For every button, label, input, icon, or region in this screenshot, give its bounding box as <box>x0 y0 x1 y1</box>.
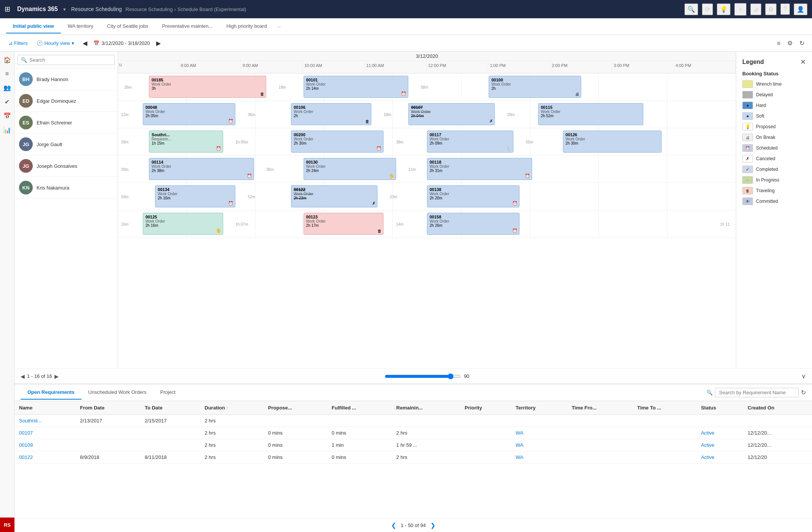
add-icon-btn[interactable]: ＋ <box>734 3 746 16</box>
bottom-next-button[interactable]: ❯ <box>430 522 435 529</box>
booking-00123[interactable]: 00123 Work Order 2h 17m 🗑 <box>304 213 384 235</box>
legend-swatch-wrench <box>742 80 753 88</box>
cell-name-2: 00109 <box>14 439 75 451</box>
search-icon: 🔍 <box>21 57 27 63</box>
tab-city-seattle[interactable]: City of Seattle jobs <box>100 19 155 33</box>
user-icon-btn[interactable]: 👤 <box>794 3 807 15</box>
booking-00107[interactable]: 00107 Work Order 2h 04m ✗ <box>408 103 495 125</box>
cell-name-3: 00122 <box>14 451 75 464</box>
sidebar-home-icon[interactable]: 🏠 <box>2 55 13 65</box>
booking-00158[interactable]: 00158 Work Order 2h 26m ⏰ <box>427 213 519 235</box>
tab-initial-public-view[interactable]: Initial public view <box>6 19 61 33</box>
cell-dur-2: 2 hrs <box>200 439 263 451</box>
link-southrid[interactable]: Southrid... <box>19 418 42 424</box>
booking-00126[interactable]: 00126 Work Order 2h 30m <box>563 131 662 153</box>
booking-00115[interactable]: 00115 Work Order 2h 52m <box>538 103 643 125</box>
board-settings-button[interactable]: ⚙ <box>786 38 794 48</box>
clock-icon: 🕐 <box>37 40 43 46</box>
prev-date-button[interactable]: ◀ <box>81 39 89 48</box>
col-proposed: Propose... <box>264 401 327 415</box>
bottom-pagination: ❮ 1 - 50 of 94 ❯ <box>14 518 812 532</box>
link-wa-1[interactable]: WA <box>516 430 523 436</box>
resource-item-brady[interactable]: BH Brady Hannon <box>14 68 118 90</box>
hourly-view-button[interactable]: 🕐 Hourly view ▾ <box>34 39 76 48</box>
resource-item-jorge[interactable]: JG Jorge Gault <box>14 134 118 155</box>
settings-icon-btn[interactable]: ⚙ <box>765 3 777 15</box>
layout-button[interactable]: ≡ <box>775 38 782 48</box>
sidebar-calendar-icon[interactable]: 📅 <box>2 111 13 121</box>
link-wa-2[interactable]: WA <box>516 442 523 448</box>
sidebar-people-icon[interactable]: 👥 <box>2 83 13 93</box>
resource-item-joseph[interactable]: JG Joseph Gonsalves <box>14 155 118 177</box>
booking-00114[interactable]: 00114 Work Order 2h 38m ⏰ <box>149 158 254 180</box>
cell-tto-1 <box>633 427 696 439</box>
booking-00048[interactable]: 00048 Work Order 2h 05m ⏰ <box>143 103 235 125</box>
more-tabs-icon[interactable]: ··· <box>274 21 284 32</box>
link-status-2[interactable]: Active <box>701 442 714 448</box>
req-search-input[interactable] <box>715 388 799 397</box>
date-range-button[interactable]: 📅 3/12/2020 - 3/18/2020 <box>93 40 150 46</box>
filter-icon-btn[interactable]: ⊿ <box>750 3 761 15</box>
recent-icon-btn[interactable]: ⟳ <box>702 3 713 15</box>
booking-00106[interactable]: 00106 Work Order 2h 🗑 <box>291 103 371 125</box>
next-page-button[interactable]: ▶ <box>54 373 59 379</box>
refresh-button[interactable]: ↻ <box>798 38 806 48</box>
next-date-button[interactable]: ▶ <box>155 39 162 48</box>
booking-00117[interactable]: 00117 Work Order 2h 09m 🍴 <box>427 131 513 153</box>
booking-00200[interactable]: 00200 Work Order 2h 30m ⏰ <box>291 131 384 153</box>
booking-00118[interactable]: 00118 Work Order 2h 31m ⏰ <box>427 158 532 180</box>
legend-label-completed: Completed <box>756 167 778 172</box>
search-icon-btn[interactable]: 🔍 <box>684 3 698 15</box>
cell-rem-2: 1 hr 59 ... <box>392 439 460 451</box>
req-tab-project[interactable]: Project <box>153 385 182 400</box>
booking-00134[interactable]: 00134 Work Order 2h 16m ⏰ <box>155 185 235 207</box>
resource-item-edgar[interactable]: ED Edgar Dominquez <box>14 90 118 112</box>
legend-close-button[interactable]: ✕ <box>800 58 806 66</box>
booking-00125[interactable]: 00125 Work Order 2h 16m 🖐 <box>143 213 223 235</box>
booking-00100[interactable]: 00100 Work Order 2h 🖨 <box>489 76 581 98</box>
req-refresh-button[interactable]: ↻ <box>801 389 806 396</box>
cal-row-kris: 16m 00125 Work Order 2h 16m 🖐 1h 07m 001… <box>118 210 736 238</box>
booking-00122[interactable]: 00122 Work Order 2h 23m ✗ <box>291 185 377 207</box>
cell-tto-0 <box>633 415 696 427</box>
resource-item-kris[interactable]: KN Kris Nakamura <box>14 177 118 199</box>
bottom-prev-button[interactable]: ❮ <box>391 522 396 529</box>
legend-label-proposed: Proposed <box>756 124 775 129</box>
req-tab-open[interactable]: Open Requirements <box>21 385 82 400</box>
tab-wa-territory[interactable]: WA territory <box>61 19 100 33</box>
tab-high-priority[interactable]: High priority board <box>219 19 273 33</box>
link-00107[interactable]: 00107 <box>19 430 33 436</box>
user-badge[interactable]: RS <box>0 518 14 532</box>
link-00122[interactable]: 00122 <box>19 454 33 460</box>
filters-button[interactable]: ⊿ Filters <box>6 39 30 48</box>
booking-southri[interactable]: Southri... Requirem... 1h 15m ⏰ <box>149 131 223 153</box>
booking-00138[interactable]: 00138 Work Order 2h 20m ⏰ <box>427 185 519 207</box>
cell-to-2 <box>140 439 200 451</box>
link-wa-3[interactable]: WA <box>516 454 523 460</box>
booking-00101[interactable]: 00101 Work Order 2h 14m ⏰ <box>304 76 409 98</box>
toolbar: ⊿ Filters 🕐 Hourly view ▾ ◀ 📅 3/12/2020 … <box>0 35 812 52</box>
tab-preventative[interactable]: Preventative mainten... <box>155 19 219 33</box>
cell-tfr-1 <box>567 427 633 439</box>
link-00109[interactable]: 00109 <box>19 442 33 448</box>
cell-ter-1: WA <box>511 427 567 439</box>
req-tab-unscheduled[interactable]: Unscheduled Work Orders <box>82 385 153 400</box>
sidebar-list-icon[interactable]: ≡ <box>4 69 10 79</box>
prev-page-button[interactable]: ◀ <box>21 373 25 379</box>
booking-00130[interactable]: 00130 Work Order 2h 24m 🖐 <box>304 158 396 180</box>
expand-button[interactable]: ∨ <box>801 373 806 380</box>
zoom-slider[interactable] <box>385 373 461 379</box>
lightbulb-icon-btn[interactable]: 💡 <box>717 3 730 15</box>
legend-swatch-soft: ● <box>742 112 753 120</box>
booking-00185[interactable]: 00185 Work Order 3h 🗑 <box>149 76 266 98</box>
sidebar-tasks-icon[interactable]: ✔ <box>3 97 11 107</box>
link-status-1[interactable]: Active <box>701 430 714 436</box>
link-status-3[interactable]: Active <box>701 454 714 460</box>
sidebar-chart-icon[interactable]: 📊 <box>2 125 13 135</box>
resource-item-efrain[interactable]: ES Efrain Schreiner <box>14 112 118 134</box>
search-input[interactable] <box>29 57 111 63</box>
help-icon-btn[interactable]: ? <box>780 3 790 15</box>
waffle-icon[interactable]: ⊞ <box>5 5 10 13</box>
col-duration[interactable]: Duration ↑ <box>200 401 263 415</box>
cell-dur-1: 2 hrs <box>200 427 263 439</box>
